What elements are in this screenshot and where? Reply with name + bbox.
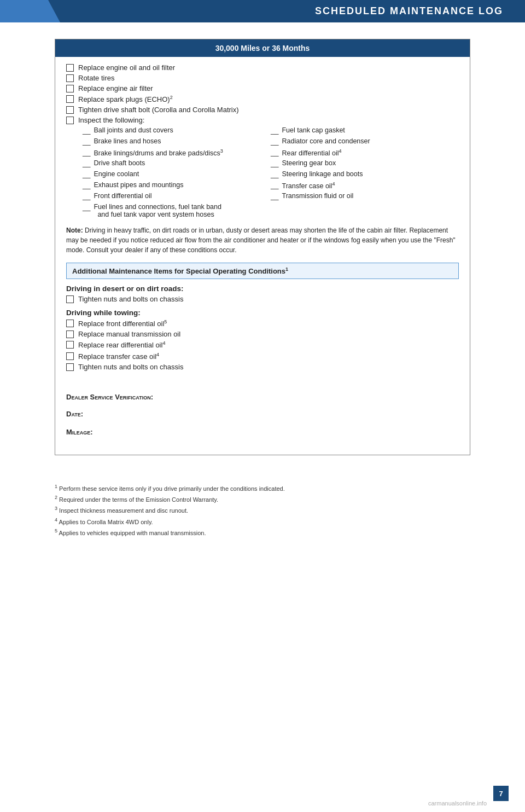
dash-icon: __ [271, 148, 278, 158]
checklist-text-2: Rotate tires [78, 74, 114, 82]
checkbox-tow-1[interactable] [66, 320, 74, 327]
checkbox-tow-5[interactable] [66, 363, 74, 371]
watermark: carmanualsonline.info [428, 800, 487, 807]
checkbox-desert-1[interactable] [66, 295, 74, 303]
checklist-item: Rotate tires [66, 74, 459, 82]
checklist-text-tow-1: Replace front differential oil5 [78, 319, 167, 328]
checklist-text-tow-4: Replace transfer case oil4 [78, 352, 159, 361]
inspect-item: __ Radiator core and condenser [271, 137, 459, 147]
dash-icon: __ [83, 192, 90, 201]
checklist-item: Replace engine oil and oil filter [66, 63, 459, 72]
dash-icon: __ [271, 159, 278, 169]
checkbox-tow-3[interactable] [66, 341, 74, 349]
inspect-item: __ Rear differential oil4 [271, 148, 459, 158]
two-col-inspect: __ Ball joints and dust covers __ Brake … [83, 126, 459, 219]
dash-icon: __ [271, 170, 278, 179]
checkbox-5[interactable] [66, 106, 74, 114]
note-label: Note: [66, 227, 83, 234]
dash-icon: __ [83, 181, 90, 190]
inspect-text: Brake linings/drums and brake pads/discs… [94, 148, 223, 157]
checklist-item: Replace transfer case oil4 [66, 352, 459, 361]
footnote-5: 5 Applies to vehicles equipped with manu… [55, 527, 470, 538]
driving-desert-title: Driving in desert or on dirt roads: [66, 285, 459, 293]
inspect-item: __ Exhaust pipes and mountings [83, 181, 271, 190]
inspect-text: Drive shaft boots [94, 159, 145, 167]
checkbox-6[interactable] [66, 117, 74, 124]
dash-icon: __ [271, 137, 278, 147]
driving-towing-title: Driving while towing: [66, 309, 459, 317]
checklist-item: Replace spark plugs (ECHO)2 [66, 95, 459, 103]
inspect-col-left: __ Ball joints and dust covers __ Brake … [83, 126, 271, 219]
footnote-1: 1 Perform these service items only if yo… [55, 483, 470, 494]
inspect-item: __ Steering gear box [271, 159, 459, 169]
inspect-text: Rear differential oil4 [282, 148, 341, 157]
inspect-item: __ Brake lines and hoses [83, 137, 271, 147]
inspect-text: Fuel tank cap gasket [282, 126, 345, 134]
main-content: 30,000 Miles or 36 Months Replace engine… [0, 22, 525, 477]
inspect-item: __ Ball joints and dust covers [83, 126, 271, 136]
inspect-col-right: __ Fuel tank cap gasket __ Radiator core… [271, 126, 459, 219]
checkbox-tow-2[interactable] [66, 330, 74, 338]
note-text: Note: Driving in heavy traffic, on dirt … [66, 225, 459, 255]
inspect-text: Steering linkage and boots [282, 170, 363, 178]
inspect-text: Steering gear box [282, 159, 336, 167]
checklist-text-1: Replace engine oil and oil filter [78, 63, 175, 72]
checkbox-3[interactable] [66, 85, 74, 92]
checkbox-4[interactable] [66, 95, 74, 103]
inspect-text: Brake lines and hoses [94, 137, 161, 145]
dash-icon: __ [271, 181, 278, 190]
checklist-item: Tighten drive shaft bolt (Corolla and Co… [66, 106, 459, 114]
dash-icon: __ [83, 148, 90, 158]
date-label: Date: [66, 410, 459, 418]
checklist-item: Replace manual transmission oil [66, 330, 459, 338]
checkbox-1[interactable] [66, 64, 74, 72]
footnote-4: 4 Applies to Corolla Matrix 4WD only. [55, 516, 470, 527]
checkbox-tow-4[interactable] [66, 352, 74, 360]
inspect-item: __ Drive shaft boots [83, 159, 271, 169]
checklist-item: Tighten nuts and bolts on chassis [66, 295, 459, 303]
dealer-section: Dealer Service Verification: Date: Milea… [66, 387, 459, 436]
checklist-text-3: Replace engine air filter [78, 84, 153, 92]
inspect-text: Transfer case oil4 [282, 181, 335, 190]
inspect-item: __ Transfer case oil4 [271, 181, 459, 190]
card-body: Replace engine oil and oil filter Rotate… [55, 57, 470, 455]
checklist-item: Replace rear differential oil4 [66, 340, 459, 349]
inspect-item: __ Brake linings/drums and brake pads/di… [83, 148, 271, 158]
dash-icon: __ [83, 126, 90, 136]
additional-section: Additional Maintenance Items for Special… [66, 263, 459, 279]
dash-icon: __ [83, 137, 90, 147]
dash-icon: __ [83, 203, 90, 212]
footnotes: 1 Perform these service items only if yo… [0, 477, 525, 549]
inspect-text: Engine coolant [94, 170, 139, 178]
inspect-text: Fuel lines and connections, fuel tank ba… [94, 203, 221, 218]
inspect-text: Ball joints and dust covers [94, 126, 173, 134]
checklist-item: Tighten nuts and bolts on chassis [66, 363, 459, 371]
inspect-item: __ Steering linkage and boots [271, 170, 459, 179]
dash-icon: __ [83, 159, 90, 169]
checklist-text-desert-1: Tighten nuts and bolts on chassis [78, 295, 183, 303]
inspect-item: __ Fuel lines and connections, fuel tank… [83, 203, 271, 218]
checklist-item: Inspect the following: [66, 116, 459, 124]
dealer-verification-label: Dealer Service Verification: [66, 393, 459, 401]
inspect-text: Front differential oil [94, 192, 151, 200]
dash-icon: __ [271, 126, 278, 136]
checklist-item: Replace front differential oil5 [66, 319, 459, 328]
dash-icon: __ [83, 170, 90, 179]
checklist-text-5: Tighten drive shaft bolt (Corolla and Co… [78, 106, 239, 114]
checklist-text-tow-5: Tighten nuts and bolts on chassis [78, 363, 183, 371]
page-title: Scheduled Maintenance Log [22, 5, 503, 17]
checklist-item: Replace engine air filter [66, 84, 459, 92]
footnote-2: 2 Required under the terms of the Emissi… [55, 494, 470, 504]
maintenance-card: 30,000 Miles or 36 Months Replace engine… [55, 39, 470, 455]
page-header: Scheduled Maintenance Log [0, 0, 525, 22]
card-header: 30,000 Miles or 36 Months [55, 39, 470, 57]
inspect-text: Radiator core and condenser [282, 137, 370, 145]
note-content: Driving in heavy traffic, on dirt roads … [66, 227, 456, 254]
inspect-item: __ Fuel tank cap gasket [271, 126, 459, 136]
additional-section-title: Additional Maintenance Items for Special… [72, 267, 288, 275]
checkbox-2[interactable] [66, 74, 74, 82]
checklist-text-4: Replace spark plugs (ECHO)2 [78, 95, 173, 103]
inspect-item: __ Engine coolant [83, 170, 271, 179]
mileage-label: Mileage: [66, 428, 459, 436]
checklist-text-tow-2: Replace manual transmission oil [78, 330, 180, 338]
